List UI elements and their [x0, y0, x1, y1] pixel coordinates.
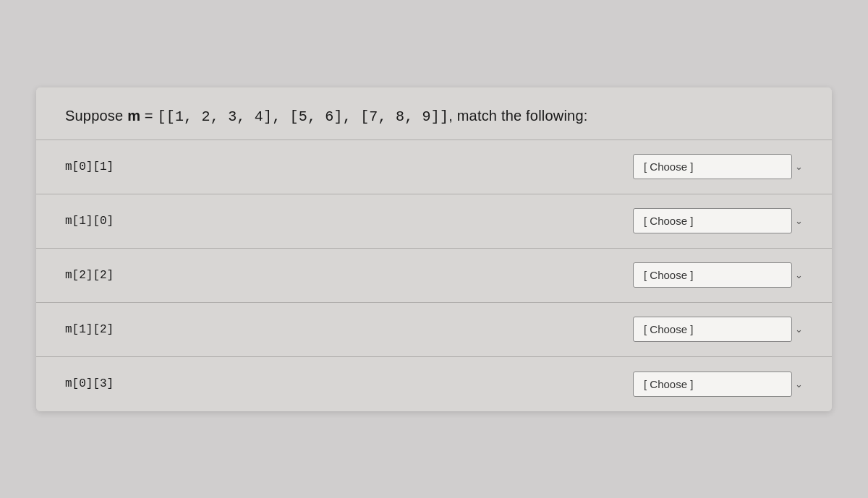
- select-wrapper-m03: [ Choose ] 1234 56789 ⌄: [633, 372, 803, 397]
- header-keyword: m: [127, 108, 140, 124]
- select-wrapper-m22: [ Choose ] 1234 56789 ⌄: [633, 262, 803, 288]
- select-wrapper-m01: [ Choose ] 1234 56789 ⌄: [633, 154, 803, 179]
- chevron-down-icon: ⌄: [795, 270, 803, 280]
- row-label-m22: m[2][2]: [65, 269, 633, 282]
- select-m22[interactable]: [ Choose ] 1234 56789: [633, 262, 792, 288]
- select-m10[interactable]: [ Choose ] 1234 56789: [633, 208, 792, 233]
- header-suppose: Suppose: [65, 108, 127, 124]
- header-suffix: , match the following:: [448, 108, 587, 124]
- rows-container: m[0][1] [ Choose ] 1234 56789 ⌄ m[1][0] …: [36, 140, 832, 411]
- match-row-m12: m[1][2] [ Choose ] 1234 56789 ⌄: [36, 303, 832, 357]
- row-label-m10: m[1][0]: [65, 215, 633, 228]
- header-text: Suppose m = [[1, 2, 3, 4], [5, 6], [7, 8…: [65, 108, 803, 125]
- match-row-m10: m[1][0] [ Choose ] 1234 56789 ⌄: [36, 194, 832, 249]
- chevron-down-icon: ⌄: [795, 379, 803, 390]
- header-value: [[1, 2, 3, 4], [5, 6], [7, 8, 9]]: [158, 108, 449, 125]
- select-wrapper-m12: [ Choose ] 1234 56789 ⌄: [633, 317, 803, 342]
- main-container: Suppose m = [[1, 2, 3, 4], [5, 6], [7, 8…: [36, 87, 832, 411]
- row-label-m03: m[0][3]: [65, 377, 633, 390]
- select-m03[interactable]: [ Choose ] 1234 56789: [633, 372, 792, 397]
- row-label-m12: m[1][2]: [65, 323, 633, 336]
- match-row-m22: m[2][2] [ Choose ] 1234 56789 ⌄: [36, 249, 832, 303]
- select-m12[interactable]: [ Choose ] 1234 56789: [633, 317, 792, 342]
- select-m01[interactable]: [ Choose ] 1234 56789: [633, 154, 792, 179]
- match-row-m01: m[0][1] [ Choose ] 1234 56789 ⌄: [36, 140, 832, 194]
- chevron-down-icon: ⌄: [795, 324, 803, 335]
- select-wrapper-m10: [ Choose ] 1234 56789 ⌄: [633, 208, 803, 233]
- row-label-m01: m[0][1]: [65, 160, 633, 173]
- chevron-down-icon: ⌄: [795, 215, 803, 226]
- chevron-down-icon: ⌄: [795, 161, 803, 172]
- match-row-m03: m[0][3] [ Choose ] 1234 56789 ⌄: [36, 357, 832, 411]
- header: Suppose m = [[1, 2, 3, 4], [5, 6], [7, 8…: [36, 87, 832, 140]
- header-equals: =: [140, 108, 157, 124]
